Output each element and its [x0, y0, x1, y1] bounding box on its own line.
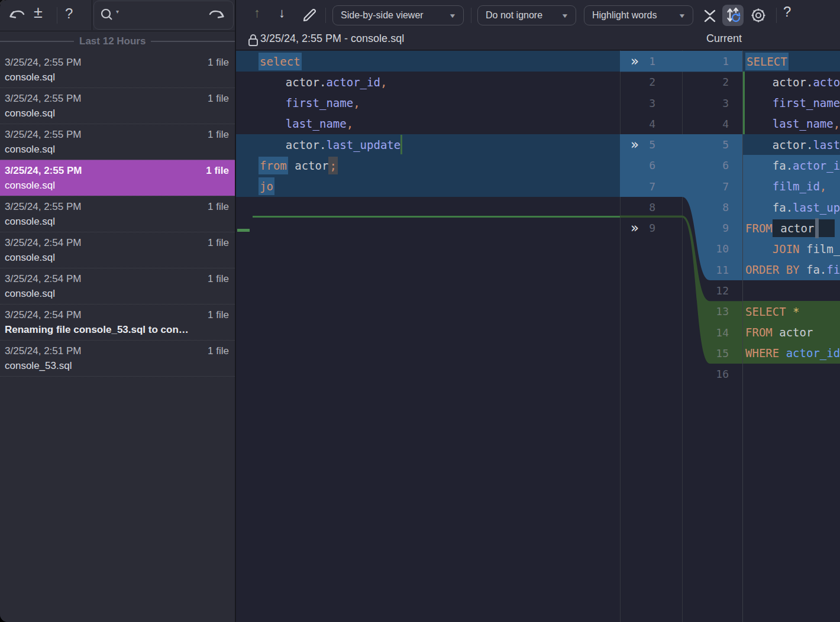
- code-token: last_name: [286, 117, 347, 130]
- right-line-number: 7: [691, 176, 729, 197]
- history-item[interactable]: 3/25/24, 2:54 PM1 fileconsole.sql: [0, 268, 235, 304]
- chevron-down-icon: ▼: [561, 12, 569, 19]
- history-item[interactable]: 3/25/24, 2:51 PM1 fileconsole_53.sql: [0, 340, 235, 376]
- revert-selection-icon[interactable]: [206, 7, 225, 23]
- code-token: [745, 242, 773, 255]
- divider: [471, 8, 471, 23]
- code-line: ORDER BY fa.film_id: [743, 260, 840, 280]
- ignore-policy-label: Do not ignore: [486, 10, 542, 21]
- history-item-date: 3/25/24, 2:55 PM: [5, 91, 81, 106]
- code-token: actor_id: [793, 159, 840, 172]
- code-token: ,: [353, 96, 360, 109]
- code-line: WHERE actor_id: [743, 343, 840, 364]
- diff-icon[interactable]: ±: [34, 4, 43, 21]
- right-line-number: 3: [691, 93, 729, 114]
- code-token: ,: [833, 117, 840, 130]
- history-item-count: 1 file: [208, 235, 229, 250]
- history-item-count: 1 file: [208, 91, 229, 106]
- diff-toolbar-area: ↑ ↓ Side-by-side viewer ▼ Do not ignore …: [236, 0, 840, 50]
- history-item[interactable]: 3/25/24, 2:54 PM1 fileRenaming file cons…: [0, 304, 235, 340]
- history-item-date: 3/25/24, 2:55 PM: [5, 127, 81, 142]
- code-token: jo: [259, 177, 274, 195]
- diff-body: select actor.actor_id, first_name, last_…: [236, 50, 840, 622]
- right-line-number: 16: [691, 364, 729, 384]
- code-line: SELECT: [743, 51, 840, 72]
- right-line-number: 1: [691, 51, 729, 72]
- code-line: film_id,: [743, 176, 840, 197]
- history-item[interactable]: 3/25/24, 2:55 PM1 fileconsole.sql: [0, 124, 235, 160]
- code-token: actor: [773, 326, 813, 339]
- right-line-number: 5: [691, 134, 729, 155]
- apply-change-chevron-icon[interactable]: »: [631, 134, 648, 155]
- history-item[interactable]: 3/25/24, 2:54 PM1 fileconsole.sql: [0, 232, 235, 268]
- right-line-number: 13: [691, 301, 729, 322]
- search-field[interactable]: ▾: [92, 0, 235, 30]
- left-line-number: 8: [620, 197, 655, 218]
- right-line-number: 2: [691, 72, 729, 92]
- apply-change-chevron-icon[interactable]: »: [631, 218, 648, 238]
- history-item[interactable]: 3/25/24, 2:55 PM1 fileconsole.sql: [0, 88, 235, 124]
- help-icon[interactable]: ?: [65, 5, 73, 22]
- code-line: jo: [236, 176, 620, 197]
- ignore-policy-dropdown[interactable]: Do not ignore ▼: [477, 5, 576, 25]
- synchronize-scrolling-button[interactable]: [722, 5, 744, 26]
- code-token: FROM: [745, 222, 773, 235]
- gutter-insert-marker[interactable]: [237, 229, 250, 232]
- code-token: ,: [820, 180, 826, 193]
- code-token: last_update: [793, 201, 840, 214]
- revert-icon[interactable]: [8, 7, 26, 23]
- code-line: fa.actor_id,: [743, 155, 840, 176]
- history-item-date: 3/25/24, 2:55 PM: [5, 199, 81, 214]
- code-token: [819, 219, 835, 237]
- code-token: *: [786, 305, 800, 318]
- collapse-unchanged-icon[interactable]: [702, 8, 718, 24]
- next-difference-icon[interactable]: ↓: [279, 5, 285, 21]
- code-token: actor.: [259, 138, 326, 151]
- history-group-header: Last 12 Hours: [0, 33, 235, 50]
- diff-right-title: Current: [706, 33, 742, 45]
- edit-icon[interactable]: [301, 7, 318, 24]
- right-line-number: 12: [691, 280, 729, 301]
- left-editor-pane[interactable]: select actor.actor_id, first_name, last_…: [236, 50, 620, 622]
- history-sidebar: ± ? ▾ Last 12 Hours 3/2: [0, 0, 236, 622]
- diff-left-title: 3/25/24, 2:55 PM - console.sql: [260, 33, 404, 45]
- history-item[interactable]: 3/25/24, 2:55 PM1 fileconsole.sql: [0, 52, 235, 88]
- code-token: SELECT: [745, 305, 786, 318]
- left-line-number: 4: [620, 114, 655, 134]
- code-token: [745, 180, 773, 193]
- history-item[interactable]: 3/25/24, 2:55 PM1 fileconsole.sql: [0, 160, 235, 196]
- previous-difference-icon[interactable]: ↑: [254, 5, 260, 21]
- history-item-date: 3/25/24, 2:51 PM: [5, 344, 81, 358]
- right-line-number: 4: [691, 114, 729, 134]
- search-icon[interactable]: [99, 7, 115, 22]
- right-editor-pane[interactable]: SELECT actor.actor_id, first_name, last_…: [742, 50, 840, 622]
- code-token: film_actor fa: [800, 242, 840, 255]
- group-header-label: Last 12 Hours: [79, 35, 146, 47]
- history-item[interactable]: 3/25/24, 2:55 PM1 fileconsole.sql: [0, 196, 235, 232]
- code-token: ,: [380, 76, 387, 89]
- search-history-caret-icon[interactable]: ▾: [116, 8, 119, 15]
- code-line: from actor;: [236, 155, 620, 176]
- code-line: SELECT *: [743, 301, 840, 322]
- left-line-number: 7: [620, 176, 655, 197]
- highlight-mode-dropdown[interactable]: Highlight words ▼: [584, 5, 693, 25]
- apply-change-chevron-icon[interactable]: »: [631, 51, 648, 72]
- code-token: [745, 117, 773, 130]
- code-token: [259, 96, 286, 109]
- code-token: first_name: [773, 96, 840, 109]
- divider: [776, 8, 777, 23]
- history-list: 3/25/24, 2:55 PM1 fileconsole.sql3/25/24…: [0, 52, 235, 377]
- history-item-label: Renaming file console_53.sql to con…: [5, 322, 229, 338]
- history-item-label: console.sql: [5, 214, 229, 229]
- viewer-mode-dropdown[interactable]: Side-by-side viewer ▼: [332, 5, 464, 25]
- left-line-number: 2: [620, 72, 655, 92]
- code-token: [779, 346, 786, 359]
- code-token: actor_id: [813, 76, 840, 89]
- right-line-number: 14: [691, 322, 729, 343]
- history-item-label: console.sql: [5, 250, 229, 265]
- code-token: from: [259, 157, 288, 174]
- help-icon[interactable]: ?: [783, 4, 791, 20]
- history-item-label: console.sql: [5, 142, 229, 157]
- history-item-count: 1 file: [208, 199, 229, 214]
- gear-icon[interactable]: [749, 7, 767, 24]
